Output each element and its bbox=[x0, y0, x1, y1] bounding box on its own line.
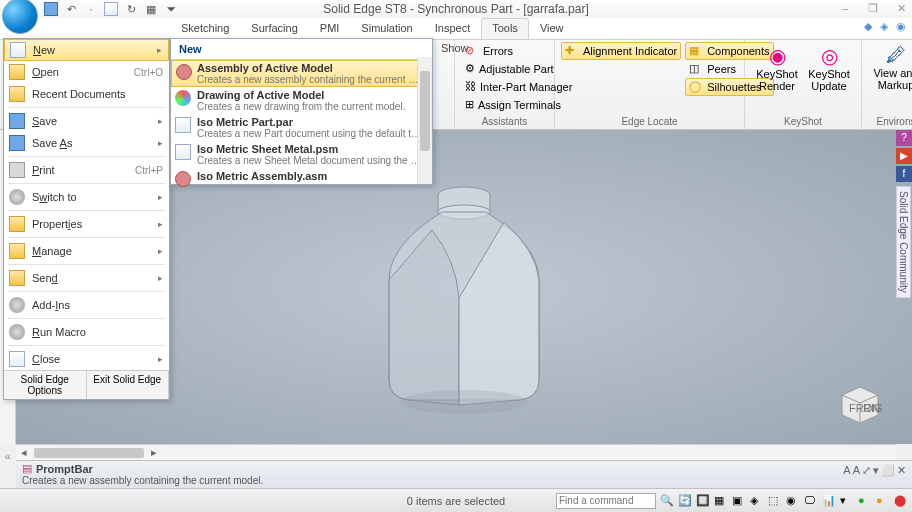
menu-recent[interactable]: Recent Documents bbox=[4, 83, 169, 105]
tab-pmi[interactable]: PMI bbox=[309, 18, 351, 39]
separator-icon: · bbox=[84, 2, 98, 16]
tab-sketching[interactable]: Sketching bbox=[170, 18, 240, 39]
solid-edge-options-button[interactable]: Solid Edge Options bbox=[4, 371, 87, 399]
tab-surfacing[interactable]: Surfacing bbox=[240, 18, 308, 39]
new-iso-assembly[interactable]: Iso Metric Assembly.asm bbox=[171, 168, 432, 184]
youtube-icon[interactable]: ▶ bbox=[896, 148, 912, 164]
social-panel: ? ▶ f bbox=[896, 130, 912, 182]
ribbon-tabs: Sketching Surfacing PMI Simulation Inspe… bbox=[0, 18, 912, 40]
assign-terminals-button[interactable]: ⊞Assign Terminals bbox=[461, 96, 548, 114]
menu-separator bbox=[8, 264, 165, 265]
menu-separator bbox=[8, 107, 165, 108]
alignment-icon: ✚ bbox=[565, 44, 579, 58]
close-button[interactable]: ✕ bbox=[894, 2, 908, 15]
menu-close[interactable]: Close▸ bbox=[4, 348, 169, 370]
menu-separator bbox=[8, 156, 165, 157]
adjustable-part-button[interactable]: ⚙Adjustable Part bbox=[461, 60, 548, 78]
send-icon bbox=[9, 270, 25, 286]
new-drawing-of-active-model[interactable]: Drawing of Active Model Creates a new dr… bbox=[171, 87, 432, 114]
scroll-left-icon[interactable]: ◂ bbox=[16, 446, 32, 459]
prompt-ctrl[interactable]: A bbox=[853, 464, 860, 477]
properties-icon bbox=[9, 216, 25, 232]
qat-dropdown-icon[interactable]: ⏷ bbox=[164, 2, 178, 16]
save-icon[interactable] bbox=[44, 2, 58, 16]
errors-row[interactable]: ⊘Errors bbox=[461, 42, 548, 60]
tab-tools[interactable]: Tools bbox=[481, 18, 529, 39]
menu-save-as[interactable]: Save As▸ bbox=[4, 132, 169, 154]
assembly-icon bbox=[175, 171, 191, 187]
interpart-icon: ⛓ bbox=[465, 80, 476, 94]
new-icon bbox=[10, 42, 26, 58]
view-cube[interactable]: FRONT RIGHT bbox=[838, 383, 882, 427]
prompt-close-icon[interactable]: ✕ bbox=[897, 464, 906, 477]
ribbon-group-assistants: ⊘Errors ⚙Adjustable Part ⛓Inter-Part Man… bbox=[455, 40, 555, 129]
help-icon[interactable]: ? bbox=[896, 130, 912, 146]
components-icon: ▦ bbox=[689, 44, 703, 58]
new-iso-part[interactable]: Iso Metric Part.par Creates a new Part d… bbox=[171, 114, 432, 141]
selection-status: 0 items are selected bbox=[0, 495, 912, 507]
mini-icon-3[interactable]: ◉ bbox=[896, 20, 906, 33]
mini-icon-1[interactable]: ◆ bbox=[864, 20, 872, 33]
tab-view[interactable]: View bbox=[529, 18, 575, 39]
show-label: Show bbox=[441, 42, 448, 54]
scrollbar-thumb[interactable] bbox=[34, 448, 144, 458]
window-controls: – ❐ ✕ bbox=[838, 2, 908, 15]
menu-send[interactable]: Send▸ bbox=[4, 267, 169, 289]
adjustable-icon: ⚙ bbox=[465, 62, 475, 76]
grid-icon[interactable]: ▦ bbox=[144, 2, 158, 16]
menu-separator bbox=[8, 345, 165, 346]
mini-icon-2[interactable]: ◈ bbox=[880, 20, 888, 33]
submenu-header: New bbox=[171, 39, 432, 60]
macro-icon bbox=[9, 324, 25, 340]
quick-access-toolbar: ↶ · ↻ ▦ ⏷ bbox=[44, 2, 178, 16]
alignment-indicator-button[interactable]: ✚Alignment Indicator bbox=[561, 42, 681, 60]
open-icon bbox=[9, 64, 25, 80]
horizontal-scrollbar[interactable]: ◂ ▸ bbox=[16, 444, 896, 460]
svg-text:RIGHT: RIGHT bbox=[863, 402, 882, 414]
drawing-icon bbox=[175, 90, 191, 106]
tab-simulation[interactable]: Simulation bbox=[350, 18, 423, 39]
facebook-icon[interactable]: f bbox=[896, 166, 912, 182]
view-markup-icon: 🖉 bbox=[886, 44, 906, 67]
menu-manage[interactable]: Manage▸ bbox=[4, 240, 169, 262]
addins-icon bbox=[9, 297, 25, 313]
submenu-scrollbar[interactable] bbox=[417, 57, 432, 184]
status-bar: 0 items are selected 🔍 🔄 🔲 ▦ ▣ ◈ ⬚ ◉ 🖵 📊… bbox=[0, 488, 912, 512]
menu-separator bbox=[8, 237, 165, 238]
menu-new[interactable]: New▸ bbox=[4, 39, 169, 61]
menu-properties[interactable]: Properties▸ bbox=[4, 213, 169, 235]
ribbon-group-edge-locate: ✚Alignment Indicator ▦Components ◫Peers … bbox=[555, 40, 745, 129]
maximize-button[interactable]: ❐ bbox=[866, 2, 880, 15]
minimize-button[interactable]: – bbox=[838, 2, 852, 15]
silhouettes-icon: ◯ bbox=[689, 80, 703, 94]
prompt-ctrl[interactable]: A bbox=[843, 464, 850, 477]
menu-open[interactable]: OpenCtrl+O bbox=[4, 61, 169, 83]
new-iso-sheet-metal[interactable]: Iso Metric Sheet Metal.psm Creates a new… bbox=[171, 141, 432, 168]
menu-save[interactable]: Save▸ bbox=[4, 110, 169, 132]
prompt-ctrl[interactable]: ⬜ bbox=[881, 464, 895, 477]
part-icon bbox=[175, 117, 191, 133]
prompt-ctrl[interactable]: ▾ bbox=[873, 464, 879, 477]
scroll-right-icon[interactable]: ▸ bbox=[146, 446, 162, 459]
keyshot-title: KeyShot bbox=[751, 114, 855, 127]
menu-switch-to[interactable]: Switch to▸ bbox=[4, 186, 169, 208]
refresh-icon[interactable]: ↻ bbox=[124, 2, 138, 16]
menu-run-macro[interactable]: Run Macro bbox=[4, 321, 169, 343]
menu-print[interactable]: PrintCtrl+P bbox=[4, 159, 169, 181]
keyshot-render-button[interactable]: ◉KeyShot Render bbox=[751, 42, 803, 94]
undo-icon[interactable]: ↶ bbox=[64, 2, 78, 16]
keyshot-update-button[interactable]: ◎KeyShot Update bbox=[803, 42, 855, 94]
exit-solid-edge-button[interactable]: Exit Solid Edge bbox=[87, 371, 170, 399]
new-assembly-of-active-model[interactable]: Assembly of Active Model Creates a new a… bbox=[171, 60, 432, 87]
ribbon-mini-icons: ◆ ◈ ◉ bbox=[864, 20, 906, 33]
keyshot-update-icon: ◎ bbox=[821, 44, 838, 68]
prompt-ctrl[interactable]: ⤢ bbox=[862, 464, 871, 477]
tab-inspect[interactable]: Inspect bbox=[424, 18, 481, 39]
community-label[interactable]: Solid Edge Community bbox=[896, 186, 911, 298]
prompt-text: Creates a new assembly containing the cu… bbox=[22, 475, 906, 486]
scrollbar-thumb[interactable] bbox=[420, 71, 430, 151]
view-markup-button[interactable]: 🖉View and Markup bbox=[868, 42, 912, 93]
interpart-manager-button[interactable]: ⛓Inter-Part Manager bbox=[461, 78, 548, 96]
doc-icon[interactable] bbox=[104, 2, 118, 16]
menu-addins[interactable]: Add-Ins bbox=[4, 294, 169, 316]
